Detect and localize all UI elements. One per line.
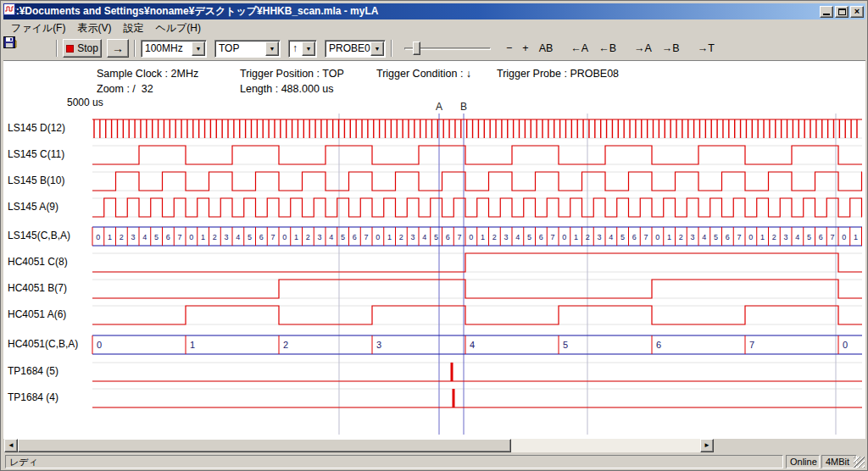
toolbar: Stop → 100MHz ▼ TOP ▼ ↑ ▼ PROBE00 ▼ − + … <box>3 36 865 61</box>
stop-icon <box>66 45 74 53</box>
chevron-down-icon[interactable]: ▼ <box>370 42 384 56</box>
save-button[interactable] <box>31 39 51 58</box>
svg-text:2: 2 <box>679 233 683 241</box>
wave-3 <box>92 198 862 217</box>
svg-text:1: 1 <box>760 233 765 241</box>
svg-text:4: 4 <box>422 233 426 241</box>
svg-text:0: 0 <box>97 340 102 350</box>
svg-text:A: A <box>436 101 442 113</box>
close-button[interactable]: × <box>850 6 864 18</box>
resize-grip[interactable] <box>854 457 865 468</box>
menu-view[interactable]: 表示(V) <box>71 19 117 37</box>
svg-text:3: 3 <box>131 233 136 241</box>
chevron-down-icon[interactable]: ▼ <box>265 42 279 56</box>
svg-text:3: 3 <box>225 233 229 241</box>
menu-file[interactable]: ファイル(F) <box>5 19 71 37</box>
svg-text:1: 1 <box>574 233 578 241</box>
svg-text:1: 1 <box>190 340 195 350</box>
zoom-ab-button[interactable]: AB <box>535 39 558 58</box>
svg-text:4: 4 <box>515 233 520 241</box>
svg-text:1: 1 <box>108 233 112 241</box>
svg-text:7: 7 <box>644 233 648 241</box>
svg-text:4: 4 <box>236 233 240 241</box>
menu-help[interactable]: ヘルプ(H) <box>149 19 207 37</box>
clock-rate-combo[interactable]: 100MHz ▼ <box>141 40 207 58</box>
svg-text:7: 7 <box>364 233 369 241</box>
chevron-down-icon[interactable]: ▼ <box>302 42 315 56</box>
trigger-position-value: TOP <box>215 42 265 54</box>
svg-text:4: 4 <box>470 340 475 350</box>
trigger-probe-value: PROBE00 <box>326 42 370 54</box>
scrollbar-thumb[interactable] <box>18 439 511 452</box>
move-a-left-button[interactable]: ←A <box>566 39 593 58</box>
wave-6 <box>92 280 862 298</box>
svg-text:0: 0 <box>843 340 848 350</box>
wave-2 <box>92 172 862 191</box>
zoom-in-button[interactable]: + <box>518 39 532 58</box>
trigger-position-combo[interactable]: TOP ▼ <box>214 40 281 58</box>
svg-text:7: 7 <box>737 233 742 241</box>
svg-text:0: 0 <box>562 233 566 241</box>
svg-text:2: 2 <box>772 233 776 241</box>
svg-text:4: 4 <box>329 233 333 241</box>
svg-text:6: 6 <box>446 233 450 241</box>
svg-text:2: 2 <box>492 233 497 241</box>
clock-rate-value: 100MHz <box>142 42 192 54</box>
scroll-left-icon: ◄ <box>8 442 14 449</box>
maximize-button[interactable] <box>835 6 849 18</box>
svg-text:5: 5 <box>714 233 718 241</box>
svg-text:2: 2 <box>586 233 590 241</box>
move-b-right-button[interactable]: →B <box>658 39 684 58</box>
minimize-button[interactable] <box>820 6 833 18</box>
svg-text:1: 1 <box>854 233 858 241</box>
svg-text:0: 0 <box>655 233 659 241</box>
move-a-right-button[interactable]: →A <box>630 39 656 58</box>
toolbar-separator <box>56 40 58 57</box>
run-button[interactable]: → <box>107 39 129 58</box>
menubar: ファイル(F) 表示(V) 設定 ヘルプ(H) <box>3 19 865 36</box>
titlebar[interactable]: C:¥Documents and Settings¥noname¥デスクトップ¥… <box>3 3 865 19</box>
wave-5 <box>92 253 862 272</box>
chevron-down-icon[interactable]: ▼ <box>192 42 205 56</box>
svg-text:5: 5 <box>248 233 252 241</box>
svg-text:0: 0 <box>189 233 193 241</box>
stop-label: Stop <box>77 42 98 54</box>
slider-thumb[interactable] <box>413 42 420 55</box>
menu-settings[interactable]: 設定 <box>117 19 149 37</box>
scrollbar-row: ◄ ► <box>3 439 865 453</box>
horizontal-scrollbar[interactable]: ◄ ► <box>4 439 714 452</box>
svg-text:6: 6 <box>726 233 730 241</box>
svg-text:1: 1 <box>667 233 671 241</box>
svg-text:3: 3 <box>376 340 381 350</box>
zoom-slider[interactable] <box>401 39 494 58</box>
zoom-out-button[interactable]: − <box>502 39 516 58</box>
svg-text:1: 1 <box>387 233 392 241</box>
svg-text:2: 2 <box>283 340 288 350</box>
app-window: C:¥Documents and Settings¥noname¥デスクトップ¥… <box>0 0 868 471</box>
wave-1 <box>92 146 862 164</box>
svg-text:3: 3 <box>691 233 695 241</box>
statusbar: レディ Online 4MBit <box>3 453 865 469</box>
stop-button[interactable]: Stop <box>63 39 102 58</box>
svg-text:5: 5 <box>563 340 568 350</box>
svg-text:3: 3 <box>784 233 788 241</box>
svg-text:0: 0 <box>842 233 846 241</box>
status-message: レディ <box>5 455 783 468</box>
svg-text:B: B <box>460 101 467 113</box>
svg-text:6: 6 <box>539 233 543 241</box>
svg-text:5: 5 <box>434 233 438 241</box>
trigger-probe-combo[interactable]: PROBE00 ▼ <box>325 40 386 58</box>
goto-trigger-button[interactable]: →T <box>693 39 719 58</box>
svg-text:0: 0 <box>96 233 100 241</box>
waveform-panel: Sample Clock : 2MHz Trigger Position : T… <box>3 61 865 439</box>
scroll-right-button[interactable]: ► <box>700 439 714 452</box>
scroll-left-button[interactable]: ◄ <box>4 439 18 452</box>
waveform-svg[interactable]: AB01234567012345670123456701234567012345… <box>3 61 865 439</box>
svg-text:2: 2 <box>120 233 124 241</box>
svg-text:3: 3 <box>504 233 509 241</box>
svg-text:5: 5 <box>154 233 159 241</box>
move-b-left-button[interactable]: ←B <box>594 39 620 58</box>
trigger-edge-combo[interactable]: ↑ ▼ <box>288 40 317 58</box>
run-arrow-icon: → <box>112 42 124 55</box>
svg-text:6: 6 <box>819 233 823 241</box>
